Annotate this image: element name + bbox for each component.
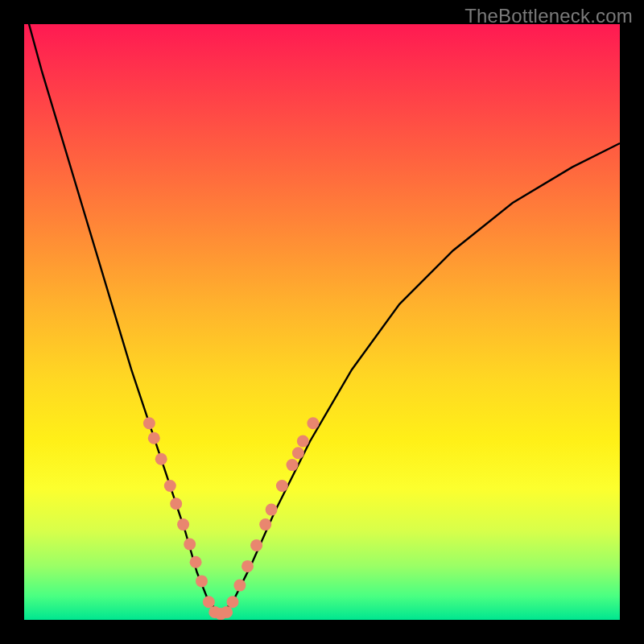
data-marker — [221, 606, 233, 618]
data-marker — [292, 447, 304, 459]
data-marker — [259, 518, 271, 530]
chart-svg — [24, 24, 620, 620]
marker-group — [143, 417, 320, 620]
bottleneck-curve — [24, 24, 620, 614]
data-marker — [242, 560, 254, 572]
data-marker — [196, 575, 208, 587]
data-marker — [287, 459, 299, 471]
data-marker — [250, 539, 262, 551]
data-marker — [143, 417, 155, 429]
data-marker — [203, 596, 215, 608]
data-marker — [170, 497, 182, 510]
data-marker — [155, 453, 167, 465]
plot-area — [24, 24, 620, 620]
data-marker — [233, 580, 246, 592]
data-marker — [148, 432, 160, 444]
data-marker — [297, 436, 309, 448]
data-marker — [276, 480, 288, 492]
data-marker — [266, 504, 278, 516]
data-marker — [164, 480, 176, 492]
data-marker — [184, 539, 196, 551]
chart-frame: TheBottleneck.com — [0, 0, 644, 644]
data-marker — [307, 417, 319, 429]
data-marker — [177, 518, 189, 530]
data-marker — [190, 556, 202, 568]
data-marker — [227, 596, 239, 608]
